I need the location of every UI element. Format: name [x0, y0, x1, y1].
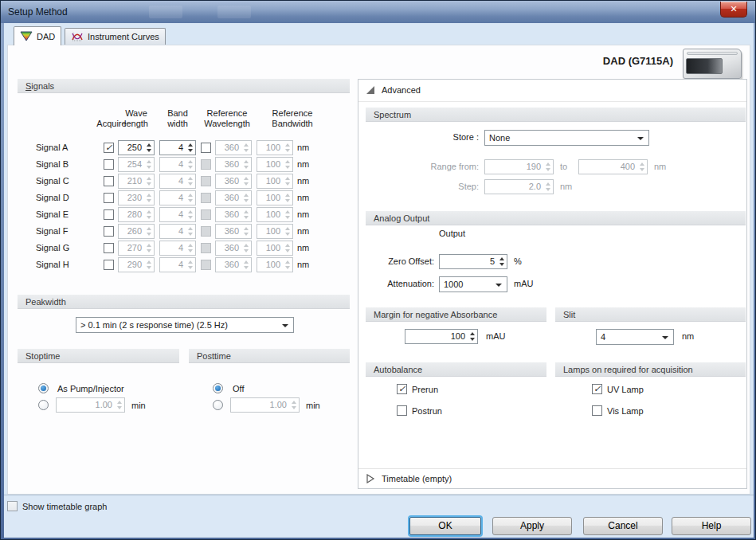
timetable-group-header[interactable]: Timetable (empty)	[358, 468, 746, 489]
reference-checkbox	[201, 226, 211, 237]
detector-module-image	[683, 49, 742, 79]
prerun-checkbox[interactable]: ✓	[397, 384, 407, 394]
margin-title: Margin for negative Absorbance	[374, 310, 497, 319]
spinner-arrows-icon	[497, 255, 507, 268]
ref-wavelength-spinner: 360	[215, 241, 252, 256]
reference-checkbox	[201, 243, 211, 253]
ok-button[interactable]: OK	[409, 517, 481, 535]
timetable-title: Timetable (empty)	[382, 474, 452, 483]
spinner-arrows-icon	[144, 158, 154, 171]
wavelength-spinner[interactable]: 250	[118, 140, 155, 155]
cancel-button[interactable]: Cancel	[583, 517, 663, 535]
ref-wavelength-spinner: 360	[215, 224, 252, 239]
spinner-arrows-icon	[186, 241, 195, 255]
stoptime-time-radio[interactable]	[38, 400, 49, 410]
slit-value: 4	[601, 332, 605, 342]
attenuation-value: 1000	[444, 280, 463, 289]
spectrum-section-header: Spectrum	[366, 108, 746, 122]
spinner-arrows-icon	[186, 158, 195, 171]
bandwidth-spinner[interactable]: 4	[159, 140, 196, 155]
ref-wavelength-spinner: 360	[215, 207, 252, 222]
step-spinner: 2.0	[484, 179, 554, 194]
margin-spinner[interactable]: 100	[405, 329, 478, 344]
ref-bandwidth-spinner: 100	[257, 224, 293, 239]
ref-wavelength-spinner: 360	[215, 257, 252, 272]
store-dropdown[interactable]: None	[484, 130, 649, 146]
store-label: Store :	[369, 132, 479, 142]
spinner-arrows-icon	[186, 174, 195, 188]
slit-section-header: Slit	[555, 307, 746, 322]
tab-instrument-curves[interactable]: Instrument Curves	[65, 28, 166, 45]
reference-checkbox	[201, 159, 211, 170]
dad-spectrum-icon	[20, 31, 33, 41]
advanced-group-header[interactable]: Advanced	[358, 80, 746, 102]
spinner-arrows-icon	[144, 258, 154, 272]
reference-checkbox[interactable]	[201, 143, 211, 153]
spinner-arrows-icon	[283, 241, 292, 255]
help-button[interactable]: Help	[672, 517, 751, 535]
attenuation-dropdown[interactable]: 1000	[439, 276, 507, 292]
instrument-curves-icon	[71, 32, 84, 42]
posttime-unit: min	[306, 401, 320, 410]
stoptime-unit: min	[131, 401, 146, 410]
peakwidth-title: Peakwidth	[25, 297, 66, 307]
ref-wavelength-spinner: 360	[215, 190, 252, 205]
posttime-off-radio[interactable]	[213, 383, 223, 393]
postrun-checkbox[interactable]	[397, 405, 407, 416]
unit-label: nm	[297, 193, 309, 202]
ref-wavelength-spinner: 360	[215, 140, 252, 155]
stoptime-spinner: 1.00	[56, 397, 125, 413]
spinner-arrows-icon	[144, 225, 154, 238]
acquire-checkbox[interactable]	[104, 226, 114, 237]
tab-dad[interactable]: DAD	[14, 26, 61, 45]
close-button[interactable]: ✕	[720, 2, 747, 18]
zero-offset-spinner[interactable]: 5	[439, 254, 507, 269]
unit-label: nm	[297, 243, 309, 252]
acquire-checkbox[interactable]	[104, 176, 114, 186]
apply-button[interactable]: Apply	[492, 517, 572, 535]
peakwidth-dropdown[interactable]: > 0.1 min (2 s response time) (2.5 Hz)	[76, 317, 294, 333]
vis-lamp-checkbox[interactable]	[592, 405, 602, 416]
collapse-triangle-icon	[366, 85, 375, 95]
zero-offset-unit: %	[514, 256, 522, 266]
signal-row-g: Signal G 270 4 360 100 nm	[18, 241, 350, 256]
acquire-checkbox[interactable]	[104, 159, 114, 170]
posttime-section-header: Posttime	[189, 349, 350, 363]
setup-method-dialog: Setup Method ✕ DAD Instrument Curves	[0, 0, 756, 540]
device-model-label: DAD (G7115A)	[603, 55, 673, 67]
wavelength-spinner: 254	[118, 157, 155, 172]
spinner-arrows-icon	[241, 174, 251, 188]
range-to-spinner: 400	[578, 159, 648, 174]
signal-label: Signal A	[36, 143, 68, 152]
spinner-arrows-icon	[241, 191, 251, 205]
reference-checkbox	[201, 176, 211, 186]
stoptime-as-pump-radio[interactable]	[38, 383, 49, 393]
signals-section-header: Signals	[18, 79, 350, 93]
spinner-arrows-icon	[283, 158, 292, 171]
acquire-checkbox[interactable]	[104, 243, 114, 253]
signals-column-headers: Acquire Wave length Band width Reference…	[18, 100, 350, 129]
reference-checkbox	[201, 209, 211, 220]
window-title: Setup Method	[8, 6, 68, 18]
ref-bandwidth-spinner: 100	[257, 207, 293, 222]
spinner-arrows-icon	[283, 258, 292, 272]
slit-dropdown[interactable]: 4	[596, 329, 674, 345]
ref-bandwidth-spinner: 100	[257, 190, 293, 205]
wavelength-spinner: 290	[118, 257, 155, 272]
titlebar-gloss	[217, 6, 251, 18]
col-ref-wavelength: Reference Wavelength	[201, 108, 253, 129]
col-wavelength: Wave length	[118, 108, 155, 129]
output-column-label: Output	[439, 229, 465, 238]
acquire-checkbox[interactable]: ✓	[104, 143, 114, 153]
acquire-checkbox[interactable]	[104, 209, 114, 220]
analog-output-title: Analog Output	[374, 213, 429, 223]
posttime-time-radio[interactable]	[213, 400, 223, 410]
show-timetable-graph-checkbox[interactable]	[7, 501, 18, 511]
acquire-checkbox[interactable]	[104, 193, 114, 203]
postrun-label: Postrun	[412, 406, 442, 416]
spinner-arrows-icon	[468, 330, 477, 343]
spinner-arrows-icon	[144, 241, 154, 255]
acquire-checkbox[interactable]	[104, 260, 114, 270]
signal-row-c: Signal C 210 4 360 100 nm	[18, 174, 350, 189]
uv-lamp-checkbox[interactable]: ✓	[592, 384, 602, 394]
